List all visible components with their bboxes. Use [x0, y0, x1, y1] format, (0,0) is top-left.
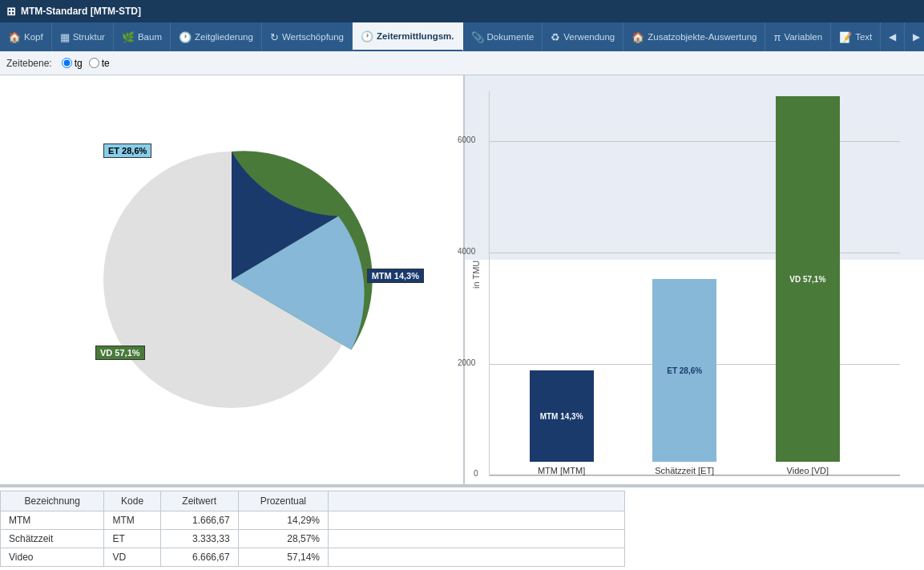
tab-text[interactable]: 📝 Text — [831, 22, 881, 51]
toolbar-row: Zeitebene: tg te — [0, 51, 924, 75]
cell-kode-et: ET — [104, 530, 160, 548]
y-axis-label: in TMU — [471, 260, 481, 288]
main-content: ET 28,6% MTM 14,3% VD 57,1% in TMU 6000 — [0, 75, 924, 570]
tab-baum[interactable]: 🌿 Baum — [114, 22, 171, 51]
bar-et-inner-label: ET 28,6% — [667, 366, 702, 375]
bar-chart-inner: in TMU 6000 4000 2000 — [489, 91, 900, 476]
radio-te[interactable]: te — [89, 58, 110, 69]
cell-extra-et — [329, 530, 625, 548]
cell-extra-vd — [329, 548, 625, 567]
bar-vd-inner-label: VD 57,1% — [789, 275, 825, 284]
cell-prozentual-vd: 57,14% — [238, 548, 328, 567]
radio-te-label: te — [102, 58, 110, 69]
zeitermittlung-icon: 🕐 — [361, 30, 373, 42]
nav-prev-icon: ◀ — [889, 31, 896, 42]
struktur-icon: ▦ — [60, 31, 70, 43]
tab-struktur[interactable]: ▦ Struktur — [52, 22, 114, 51]
cell-kode-vd: VD — [104, 548, 160, 567]
pie-label-vd: VD 57,1% — [95, 346, 145, 360]
bar-group-et: ET 28,6% Schätzzeit [ET] — [633, 91, 736, 475]
tab-nav-prev[interactable]: ◀ — [881, 22, 905, 51]
tab-wertschoepfung[interactable]: ↻ Wertschöpfung — [262, 22, 353, 51]
tab-kopf-label: Kopf — [24, 32, 43, 42]
col-header-zeitwert: Zeitwert — [160, 491, 238, 511]
tab-variablen-label: Variablen — [784, 32, 822, 42]
tab-zusatzobjekte-label: Zusatzobjekte-Auswertung — [648, 32, 757, 42]
cell-prozentual-mtm: 14,29% — [238, 511, 328, 530]
kopf-icon: 🏠 — [8, 31, 21, 43]
radio-tg[interactable]: tg — [62, 58, 83, 69]
tab-kopf[interactable]: 🏠 Kopf — [0, 22, 52, 51]
text-tab-icon: 📝 — [839, 31, 852, 43]
title-bar-icon: ⊞ — [6, 5, 16, 18]
variablen-icon: π — [773, 31, 781, 43]
bar-mtm: MTM 14,3% — [530, 370, 594, 462]
wertschoepfung-icon: ↻ — [270, 31, 279, 43]
tab-verwendung[interactable]: ♻ Verwendung — [543, 22, 623, 51]
tab-struktur-label: Struktur — [73, 32, 105, 42]
zusatzobjekte-icon: 🏠 — [631, 31, 644, 43]
cell-zeitwert-vd: 6.666,67 — [160, 548, 238, 567]
data-table: Bezeichnung Kode Zeitwert Prozentual MTM… — [0, 491, 625, 567]
tab-bar: 🏠 Kopf ▦ Struktur 🌿 Baum 🕐 Zeitgliederun… — [0, 22, 924, 51]
cell-kode-mtm: MTM — [104, 511, 160, 530]
col-header-bezeichnung: Bezeichnung — [1, 491, 104, 511]
table-header-row: Bezeichnung Kode Zeitwert Prozentual — [1, 491, 625, 511]
pie-container: ET 28,6% MTM 14,3% VD 57,1% — [87, 135, 376, 424]
table-row: Schätzzeit ET 3.333,33 28,57% — [1, 530, 625, 548]
zeitebene-label: Zeitebene: — [6, 58, 52, 69]
table-row: MTM MTM 1.666,67 14,29% — [1, 511, 625, 530]
tab-text-label: Text — [855, 32, 872, 42]
bar-section: in TMU 6000 4000 2000 — [465, 75, 924, 484]
radio-te-input[interactable] — [89, 58, 99, 68]
tab-variablen[interactable]: π Variablen — [765, 22, 831, 51]
zeitgliederung-icon: 🕐 — [179, 31, 192, 43]
cell-bezeichnung-mtm: MTM — [1, 511, 104, 530]
bar-mtm-x-label: MTM [MTM] — [538, 466, 585, 475]
bar-mtm-inner-label: MTM 14,3% — [540, 412, 583, 421]
charts-area: ET 28,6% MTM 14,3% VD 57,1% in TMU 6000 — [0, 75, 924, 486]
pie-section: ET 28,6% MTM 14,3% VD 57,1% — [0, 75, 465, 484]
table-row: Video VD 6.666,67 57,14% — [1, 548, 625, 567]
col-header-kode: Kode — [104, 491, 160, 511]
tab-zusatzobjekte[interactable]: 🏠 Zusatzobjekte-Auswertung — [623, 22, 765, 51]
radio-group: tg te — [62, 58, 110, 69]
radio-tg-input[interactable] — [62, 58, 72, 68]
tab-verwendung-label: Verwendung — [563, 32, 615, 42]
tab-zeitermittlung[interactable]: 🕐 Zeitermittlungsm. — [353, 22, 462, 51]
verwendung-icon: ♻ — [551, 31, 560, 43]
title-bar: ⊞ MTM-Standard [MTM-STD] — [0, 0, 924, 22]
cell-zeitwert-mtm: 1.666,67 — [160, 511, 238, 530]
table-area: Bezeichnung Kode Zeitwert Prozentual MTM… — [0, 486, 924, 570]
col-header-extra — [329, 491, 625, 511]
cell-bezeichnung-vd: Video — [1, 548, 104, 567]
tab-dokumente-label: Dokumente — [487, 32, 535, 42]
cell-extra-mtm — [329, 511, 625, 530]
radio-tg-label: tg — [75, 58, 83, 69]
bar-group-mtm: MTM 14,3% MTM [MTM] — [510, 91, 613, 475]
cell-zeitwert-et: 3.333,33 — [160, 530, 238, 548]
cell-prozentual-et: 28,57% — [238, 530, 328, 548]
bar-et: ET 28,6% — [652, 279, 716, 462]
tab-baum-label: Baum — [138, 32, 162, 42]
pie-chart-svg — [87, 135, 376, 424]
bar-group-vd: VD 57,1% Video [VD] — [757, 91, 859, 475]
tab-dokumente[interactable]: 📎 Dokumente — [463, 22, 543, 51]
grid-label-0: 0 — [474, 469, 478, 478]
bar-vd: VD 57,1% — [776, 96, 840, 462]
tab-zeitgliederung[interactable]: 🕐 Zeitgliederung — [171, 22, 262, 51]
tab-nav-next[interactable]: ▶ — [905, 22, 924, 51]
tab-zeitgliederung-label: Zeitgliederung — [195, 32, 253, 42]
tab-wertschoepfung-label: Wertschöpfung — [282, 32, 344, 42]
nav-next-icon: ▶ — [913, 31, 920, 42]
title-bar-text: MTM-Standard [MTM-STD] — [21, 6, 141, 17]
pie-label-et: ET 28,6% — [103, 144, 151, 158]
baum-icon: 🌿 — [122, 31, 135, 43]
pie-label-mtm: MTM 14,3% — [367, 269, 424, 283]
col-header-prozentual: Prozentual — [238, 491, 328, 511]
tab-zeitermittlung-label: Zeitermittlungsm. — [377, 31, 454, 41]
dokumente-icon: 📎 — [471, 31, 484, 43]
cell-bezeichnung-et: Schätzzeit — [1, 530, 104, 548]
bar-et-x-label: Schätzzeit [ET] — [655, 466, 714, 475]
bar-vd-x-label: Video [VD] — [787, 466, 829, 475]
